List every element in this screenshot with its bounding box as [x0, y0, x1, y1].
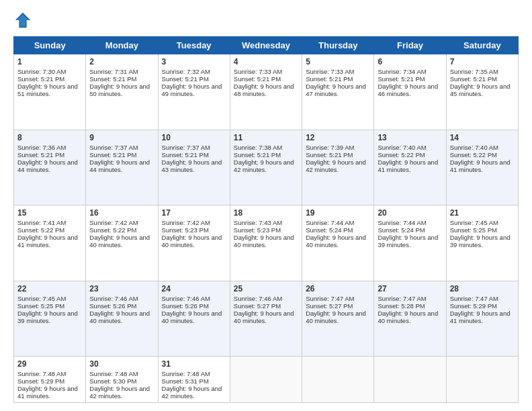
calendar-header-row: SundayMondayTuesdayWednesdayThursdayFrid…	[14, 37, 519, 54]
sunset-label: Sunset: 5:22 PM	[89, 226, 136, 234]
sunrise-label: Sunrise: 7:46 AM	[234, 295, 282, 302]
sunset-label: Sunset: 5:28 PM	[378, 302, 425, 310]
daylight-label: Daylight: 9 hours and 40 minutes.	[234, 234, 294, 248]
day-number: 31	[162, 359, 226, 369]
day-number: 4	[234, 57, 298, 66]
calendar-cell: 22Sunrise: 7:45 AMSunset: 5:25 PMDayligh…	[14, 281, 86, 357]
daylight-label: Daylight: 9 hours and 50 minutes.	[89, 83, 150, 97]
daylight-label: Daylight: 9 hours and 40 minutes.	[306, 310, 366, 324]
calendar-cell: 6Sunrise: 7:34 AMSunset: 5:21 PMDaylight…	[374, 54, 446, 130]
daylight-label: Daylight: 9 hours and 43 minutes.	[162, 158, 222, 173]
daylight-label: Daylight: 9 hours and 44 minutes.	[17, 158, 78, 173]
daylight-label: Daylight: 9 hours and 39 minutes.	[17, 310, 78, 324]
sunrise-label: Sunrise: 7:42 AM	[89, 219, 138, 226]
daylight-label: Daylight: 9 hours and 48 minutes.	[234, 83, 294, 97]
daylight-label: Daylight: 9 hours and 40 minutes.	[306, 234, 366, 248]
calendar-cell: 28Sunrise: 7:47 AMSunset: 5:29 PMDayligh…	[446, 281, 518, 357]
calendar-cell: 11Sunrise: 7:38 AMSunset: 5:21 PMDayligh…	[230, 130, 302, 205]
day-number: 19	[306, 208, 370, 218]
sunrise-label: Sunrise: 7:45 AM	[17, 295, 66, 302]
sunrise-label: Sunrise: 7:46 AM	[162, 295, 210, 302]
day-number: 14	[450, 133, 515, 142]
day-number: 2	[89, 57, 154, 66]
column-header-saturday: Saturday	[446, 37, 518, 54]
sunrise-label: Sunrise: 7:32 AM	[162, 68, 210, 75]
calendar-cell: 26Sunrise: 7:47 AMSunset: 5:27 PMDayligh…	[302, 281, 374, 357]
calendar-cell	[302, 357, 374, 403]
daylight-label: Daylight: 9 hours and 45 minutes.	[450, 83, 511, 97]
sunset-label: Sunset: 5:29 PM	[450, 302, 497, 310]
column-header-wednesday: Wednesday	[230, 37, 302, 54]
sunrise-label: Sunrise: 7:35 AM	[450, 68, 498, 75]
day-number: 25	[234, 284, 298, 293]
calendar-cell: 29Sunrise: 7:48 AMSunset: 5:29 PMDayligh…	[14, 357, 86, 403]
column-header-monday: Monday	[86, 37, 158, 54]
daylight-label: Daylight: 9 hours and 51 minutes.	[17, 83, 78, 97]
sunset-label: Sunset: 5:22 PM	[17, 226, 64, 234]
sunrise-label: Sunrise: 7:45 AM	[450, 219, 498, 226]
daylight-label: Daylight: 9 hours and 42 minutes.	[162, 385, 222, 400]
day-number: 9	[89, 133, 154, 142]
daylight-label: Daylight: 9 hours and 40 minutes.	[378, 310, 438, 324]
sunset-label: Sunset: 5:26 PM	[89, 302, 136, 310]
day-number: 28	[450, 284, 515, 293]
daylight-label: Daylight: 9 hours and 42 minutes.	[89, 385, 150, 400]
day-number: 29	[17, 359, 82, 369]
sunset-label: Sunset: 5:21 PM	[89, 151, 136, 158]
sunset-label: Sunset: 5:21 PM	[17, 151, 64, 158]
sunrise-label: Sunrise: 7:46 AM	[89, 295, 138, 302]
sunrise-label: Sunrise: 7:39 AM	[306, 144, 354, 151]
sunrise-label: Sunrise: 7:30 AM	[17, 68, 66, 75]
logo-icon	[13, 11, 32, 30]
sunrise-label: Sunrise: 7:37 AM	[162, 144, 210, 151]
calendar-cell: 24Sunrise: 7:46 AMSunset: 5:26 PMDayligh…	[158, 281, 230, 357]
sunset-label: Sunset: 5:21 PM	[378, 75, 425, 83]
sunrise-label: Sunrise: 7:38 AM	[234, 144, 282, 151]
daylight-label: Daylight: 9 hours and 41 minutes.	[450, 158, 511, 173]
day-number: 24	[162, 284, 226, 293]
sunset-label: Sunset: 5:30 PM	[89, 377, 136, 385]
day-number: 21	[450, 208, 515, 218]
sunset-label: Sunset: 5:24 PM	[378, 226, 425, 234]
calendar-cell	[446, 357, 518, 403]
daylight-label: Daylight: 9 hours and 49 minutes.	[162, 83, 222, 97]
sunrise-label: Sunrise: 7:42 AM	[162, 219, 210, 226]
sunrise-label: Sunrise: 7:40 AM	[450, 144, 498, 151]
day-number: 20	[378, 208, 442, 218]
sunset-label: Sunset: 5:21 PM	[234, 151, 281, 158]
logo	[13, 11, 34, 30]
calendar-cell: 1Sunrise: 7:30 AMSunset: 5:21 PMDaylight…	[14, 54, 86, 130]
daylight-label: Daylight: 9 hours and 39 minutes.	[378, 234, 438, 248]
daylight-label: Daylight: 9 hours and 40 minutes.	[162, 310, 222, 324]
sunset-label: Sunset: 5:24 PM	[306, 226, 353, 234]
sunset-label: Sunset: 5:21 PM	[162, 151, 209, 158]
day-number: 15	[17, 208, 82, 218]
calendar-cell: 20Sunrise: 7:44 AMSunset: 5:24 PMDayligh…	[374, 205, 446, 281]
day-number: 8	[17, 133, 82, 142]
calendar-cell: 8Sunrise: 7:36 AMSunset: 5:21 PMDaylight…	[14, 130, 86, 205]
sunset-label: Sunset: 5:31 PM	[162, 377, 209, 385]
calendar-cell: 19Sunrise: 7:44 AMSunset: 5:24 PMDayligh…	[302, 205, 374, 281]
day-number: 12	[306, 133, 370, 142]
sunset-label: Sunset: 5:23 PM	[234, 226, 281, 234]
calendar-cell: 2Sunrise: 7:31 AMSunset: 5:21 PMDaylight…	[86, 54, 158, 130]
day-number: 22	[17, 284, 82, 293]
calendar-cell: 17Sunrise: 7:42 AMSunset: 5:23 PMDayligh…	[158, 205, 230, 281]
column-header-tuesday: Tuesday	[158, 37, 230, 54]
calendar-cell: 18Sunrise: 7:43 AMSunset: 5:23 PMDayligh…	[230, 205, 302, 281]
daylight-label: Daylight: 9 hours and 44 minutes.	[89, 158, 150, 173]
sunrise-label: Sunrise: 7:47 AM	[378, 295, 426, 302]
calendar-cell: 27Sunrise: 7:47 AMSunset: 5:28 PMDayligh…	[374, 281, 446, 357]
column-header-thursday: Thursday	[302, 37, 374, 54]
calendar-cell: 13Sunrise: 7:40 AMSunset: 5:22 PMDayligh…	[374, 130, 446, 205]
sunrise-label: Sunrise: 7:34 AM	[378, 68, 426, 75]
calendar-cell: 31Sunrise: 7:48 AMSunset: 5:31 PMDayligh…	[158, 357, 230, 403]
sunset-label: Sunset: 5:25 PM	[450, 226, 497, 234]
daylight-label: Daylight: 9 hours and 42 minutes.	[306, 158, 366, 173]
sunrise-label: Sunrise: 7:40 AM	[378, 144, 426, 151]
day-number: 3	[162, 57, 226, 66]
day-number: 10	[162, 133, 226, 142]
sunset-label: Sunset: 5:22 PM	[378, 151, 425, 158]
calendar-cell: 23Sunrise: 7:46 AMSunset: 5:26 PMDayligh…	[86, 281, 158, 357]
sunrise-label: Sunrise: 7:33 AM	[306, 68, 354, 75]
